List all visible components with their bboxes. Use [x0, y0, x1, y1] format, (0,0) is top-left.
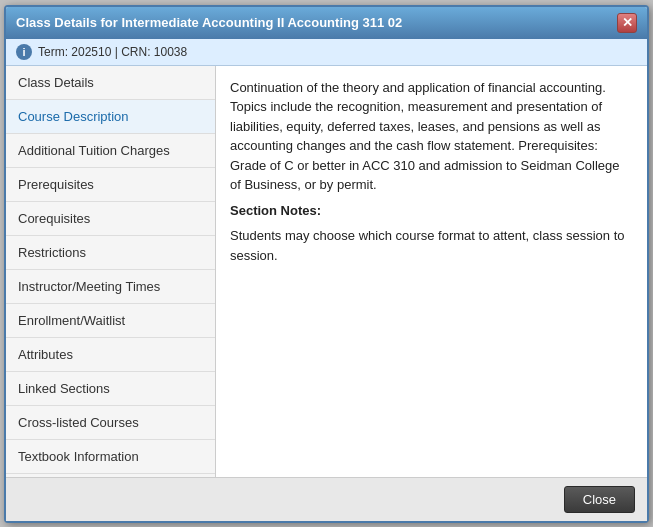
- sidebar-item-cross-listed-courses[interactable]: Cross-listed Courses: [6, 406, 215, 440]
- sidebar-item-linked-sections[interactable]: Linked Sections: [6, 372, 215, 406]
- sidebar-item-corequisites[interactable]: Corequisites: [6, 202, 215, 236]
- sidebar-item-course-description[interactable]: Course Description: [6, 100, 215, 134]
- term-crn-label: Term: 202510 | CRN: 10038: [38, 45, 187, 59]
- modal-dialog: Class Details for Intermediate Accountin…: [4, 5, 649, 523]
- sidebar-item-instructor-meeting-times[interactable]: Instructor/Meeting Times: [6, 270, 215, 304]
- sidebar-item-additional-tuition-charges[interactable]: Additional Tuition Charges: [6, 134, 215, 168]
- header-close-button[interactable]: ✕: [617, 13, 637, 33]
- modal-title: Class Details for Intermediate Accountin…: [16, 15, 402, 30]
- modal-footer: Close: [6, 477, 647, 521]
- sidebar-item-enrollment-waitlist[interactable]: Enrollment/Waitlist: [6, 304, 215, 338]
- section-notes-label: Section Notes:: [230, 203, 321, 218]
- modal-header: Class Details for Intermediate Accountin…: [6, 7, 647, 39]
- modal-body: Class DetailsCourse DescriptionAdditiona…: [6, 66, 647, 477]
- sidebar-item-class-details[interactable]: Class Details: [6, 66, 215, 100]
- description-paragraph-2: Students may choose which course format …: [230, 226, 633, 265]
- info-icon: i: [16, 44, 32, 60]
- sidebar-item-attributes[interactable]: Attributes: [6, 338, 215, 372]
- sidebar-item-restrictions[interactable]: Restrictions: [6, 236, 215, 270]
- sidebar-item-prerequisites[interactable]: Prerequisites: [6, 168, 215, 202]
- description-paragraph-1: Continuation of the theory and applicati…: [230, 78, 633, 195]
- section-notes: Section Notes:: [230, 201, 633, 221]
- footer-close-button[interactable]: Close: [564, 486, 635, 513]
- sidebar-item-textbook-information[interactable]: Textbook Information: [6, 440, 215, 474]
- info-bar: i Term: 202510 | CRN: 10038: [6, 39, 647, 66]
- content-area: Continuation of the theory and applicati…: [216, 66, 647, 477]
- sidebar: Class DetailsCourse DescriptionAdditiona…: [6, 66, 216, 477]
